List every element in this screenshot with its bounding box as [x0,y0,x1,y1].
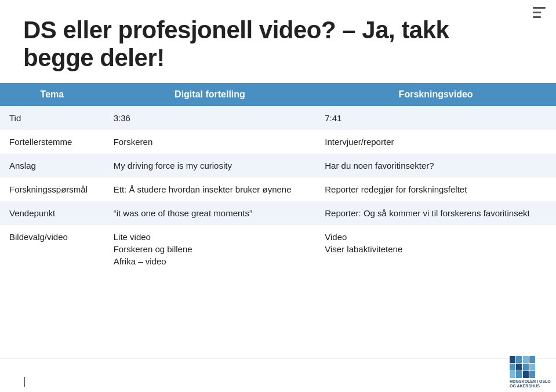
row-digital-vendepunkt: “it was one of those great moments” [104,201,316,225]
logo-cell [529,356,535,363]
logo-grid [510,356,535,378]
nav-line-2 [533,12,541,13]
logo-cell [529,364,535,371]
title-area: DS eller profesjonell video? – Ja, takk … [0,0,556,83]
logo-cell [516,356,522,363]
col-header-forskning: Forskningsvideo [315,83,556,106]
logo-text-line2: OG AKERSHUS [510,384,550,389]
row-label-forsknsp: Forskningsspørsmål [0,177,104,201]
logo-text-line1: HØGSKOLEN I OSLO [510,379,550,384]
logo-cell [510,356,515,363]
nav-line-3 [533,16,541,18]
table-body: Tid 3:36 7:41 Fortellerstemme Forskeren … [0,106,556,273]
nav-line-1 [533,7,546,9]
row-forskning-anslag: Har du noen favoritinsekter? [315,154,556,177]
table-row: Bildevalg/video Lite video Forskeren og … [0,225,556,273]
logo-cell [523,371,529,378]
row-forskning-forteller: Intervjuer/reporter [315,130,556,154]
page-title: DS eller profesjonell video? – Ja, takk … [23,16,521,72]
logo-cell [516,371,522,378]
row-label-bildevalg: Bildevalg/video [0,225,104,273]
logo-cell [516,364,522,371]
col-header-tema: Tema [0,83,104,106]
table-row: Fortellerstemme Forskeren Intervjuer/rep… [0,130,556,154]
row-forskning-bildevalg: Video Viser labaktivitetene [315,225,556,273]
row-forskning-forsknsp: Reporter redegjør for forskningsfeltet [315,177,556,201]
bottom-bar: | HØGSKOLEN I O [0,353,556,392]
logo-cell [510,371,515,378]
row-digital-tid: 3:36 [104,106,316,130]
row-label-forteller: Fortellerstemme [0,130,104,154]
slide-container: DS eller profesjonell video? – Ja, takk … [0,0,556,392]
table-row: Forskningsspørsmål Ett: Å studere hvorda… [0,177,556,201]
row-digital-forteller: Forskeren [104,130,316,154]
table-header: Tema Digital fortelling Forskningsvideo [0,83,556,106]
row-label-anslag: Anslag [0,154,104,177]
row-forskning-tid: 7:41 [315,106,556,130]
logo-area: HØGSKOLEN I OSLO OG AKERSHUS [504,353,556,389]
logo-cell [523,364,529,371]
table-row: Vendepunkt “it was one of those great mo… [0,201,556,225]
logo-cell [523,356,529,363]
row-label-vendepunkt: Vendepunkt [0,201,104,225]
slide-nav[interactable] [533,7,546,18]
logo-box: HØGSKOLEN I OSLO OG AKERSHUS [510,356,550,385]
table-row: Tid 3:36 7:41 [0,106,556,130]
table-row: Anslag My driving force is my curiosity … [0,154,556,177]
row-digital-bildevalg: Lite video Forskeren og billene Afrika –… [104,225,316,273]
logo-cell [529,371,535,378]
col-header-digital: Digital fortelling [104,83,316,106]
row-forskning-vendepunkt: Reporter: Og så kommer vi til forskerens… [315,201,556,225]
cursor-indicator: | [23,375,26,389]
row-digital-anslag: My driving force is my curiosity [104,154,316,177]
comparison-table: Tema Digital fortelling Forskningsvideo … [0,83,556,273]
table-header-row: Tema Digital fortelling Forskningsvideo [0,83,556,106]
row-digital-forsknsp: Ett: Å studere hvordan insekter bruker ø… [104,177,316,201]
logo-cell [510,364,515,371]
row-label-tid: Tid [0,106,104,130]
